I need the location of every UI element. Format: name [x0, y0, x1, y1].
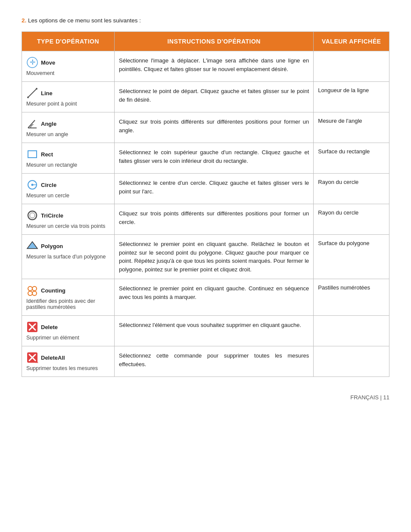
instr-cell-counting: Sélectionnez le premier point en cliquan…: [115, 279, 314, 316]
type-sub: Mesurer un cercle via trois points: [26, 223, 110, 229]
svg-point-16: [32, 286, 37, 291]
svg-line-6: [28, 120, 35, 128]
instr-cell-angle: Cliquez sur trois points différents sur …: [115, 112, 314, 143]
instr-cell-polygon: Sélectionnez le premier point en cliquan…: [115, 235, 314, 279]
type-cell-rect: Rect Mesurer un rectangle: [22, 143, 115, 174]
table-row: Rect Mesurer un rectangle Sélectionnez l…: [22, 143, 389, 174]
type-icon-row: Delete: [26, 321, 110, 333]
type-cell-counting: Counting Identifier des points avec der …: [22, 279, 115, 316]
type-sub: Mesurer un angle: [26, 131, 110, 137]
type-sub: Supprimer toutes les mesures: [26, 365, 110, 371]
type-name: Polygon: [41, 243, 63, 249]
type-name: Rect: [41, 151, 53, 158]
svg-line-2: [28, 89, 37, 97]
type-icon-row: Angle: [26, 118, 110, 130]
type-cell-polygon: Polygon Mesurer la surface d'un polygone: [22, 235, 115, 279]
type-cell-line: Line Mesurer point à point: [22, 82, 115, 112]
instr-cell-tricircle: Cliquez sur trois points différents sur …: [115, 204, 314, 235]
type-sub: Mesurer un cercle: [26, 193, 110, 199]
val-cell-polygon: Surface du polygone: [314, 235, 389, 279]
val-cell-circle: Rayon du cercle: [314, 174, 389, 204]
type-cell-angle: Angle Mesurer un angle: [22, 112, 115, 143]
type-sub: Supprimer un élément: [26, 335, 110, 341]
type-name: Counting: [41, 287, 65, 294]
val-cell-move: [314, 51, 389, 82]
type-icon-row: Line: [26, 87, 110, 99]
counting-icon: [26, 284, 38, 296]
table-row: Polygon Mesurer la surface d'un polygone…: [22, 235, 389, 279]
type-icon-row: All DeleteAll: [26, 352, 110, 364]
delete-icon: [26, 321, 38, 333]
instr-cell-line: Sélectionnez le point de départ. Cliquez…: [115, 82, 314, 112]
type-name: Circle: [41, 182, 56, 188]
svg-point-3: [27, 96, 29, 98]
svg-point-18: [32, 291, 37, 296]
table-row: Line Mesurer point à point Sélectionnez …: [22, 82, 389, 112]
header-type: TYPE D'OPÉRATION: [22, 32, 115, 51]
type-icon-row: Circle: [26, 179, 110, 191]
val-cell-angle: Mesure de l'angle: [314, 112, 389, 143]
svg-text:✛: ✛: [30, 59, 35, 66]
type-sub: Mesurer la surface d'un polygone: [26, 254, 110, 260]
footer-text: FRANÇAIS | 11: [350, 394, 389, 401]
type-icon-row: Counting: [26, 284, 110, 296]
svg-point-15: [28, 286, 32, 291]
table-row: Circle Mesurer un cercle Sélectionnez le…: [22, 174, 389, 204]
move-icon: ✛: [26, 56, 38, 68]
circle-icon: [26, 179, 38, 191]
rect-icon: [26, 148, 38, 160]
type-icon-row: Polygon: [26, 240, 110, 252]
table-row: Angle Mesurer un angle Cliquez sur trois…: [22, 112, 389, 143]
svg-rect-7: [28, 151, 37, 158]
val-cell-tricircle: Rayon du cercle: [314, 204, 389, 235]
type-icon-row: ✛ Move: [26, 56, 110, 68]
type-cell-tricircle: TriCircle Mesurer un cercle via trois po…: [22, 204, 115, 235]
type-icon-row: Rect: [26, 148, 110, 160]
header-valeur: VALEUR AFFICHÉE: [314, 32, 389, 51]
intro-text: 2. Les options de ce menu sont les suiva…: [22, 17, 389, 24]
type-cell-move: ✛ Move Mouvement: [22, 51, 115, 82]
type-cell-delete: Delete Supprimer un élément: [22, 316, 115, 346]
polygon-icon: [26, 240, 38, 252]
type-cell-deleteall: All DeleteAll Supprimer toutes les mesur…: [22, 346, 115, 377]
svg-point-11: [28, 211, 37, 220]
table-row: Counting Identifier des points avec der …: [22, 279, 389, 316]
table-row: TriCircle Mesurer un cercle via trois po…: [22, 204, 389, 235]
val-cell-delete: [314, 316, 389, 346]
instr-cell-move: Sélectionne l'image à déplacer. L'image …: [115, 51, 314, 82]
angle-icon: [26, 118, 38, 130]
svg-marker-13: [27, 242, 37, 249]
val-cell-rect: Surface du rectangle: [314, 143, 389, 174]
type-icon-row: TriCircle: [26, 209, 110, 221]
type-name: Move: [41, 59, 55, 66]
header-instructions: INSTRUCTIONS D'OPÉRATION: [115, 32, 314, 51]
svg-point-17: [28, 291, 32, 296]
type-name: Line: [41, 90, 53, 96]
svg-point-4: [36, 88, 37, 90]
type-name: Delete: [41, 324, 58, 330]
line-icon: [26, 87, 38, 99]
val-cell-line: Longueur de la ligne: [314, 82, 389, 112]
tricircle-icon: [26, 209, 38, 221]
svg-text:All: All: [36, 360, 38, 364]
type-name: TriCircle: [41, 212, 63, 219]
table-row: Delete Supprimer un élément Sélectionnez…: [22, 316, 389, 346]
type-sub: Mesurer point à point: [26, 101, 110, 107]
intro-number: 2.: [22, 17, 26, 24]
val-cell-counting: Pastilles numérotées: [314, 279, 389, 316]
instr-cell-rect: Sélectionnez le coin supérieur gauche d'…: [115, 143, 314, 174]
table-row: ✛ Move Mouvement Sélectionne l'image à d…: [22, 51, 389, 82]
instr-cell-circle: Sélectionnez le centre d'un cercle. Cliq…: [115, 174, 314, 204]
table-row: All DeleteAll Supprimer toutes les mesur…: [22, 346, 389, 377]
type-name: DeleteAll: [41, 355, 65, 361]
operations-table: TYPE D'OPÉRATION INSTRUCTIONS D'OPÉRATIO…: [22, 31, 389, 377]
val-cell-deleteall: [314, 346, 389, 377]
deleteall-icon: All: [26, 352, 38, 364]
footer: FRANÇAIS | 11: [22, 394, 389, 401]
instr-cell-delete: Sélectionnez l'élément que vous souhaite…: [115, 316, 314, 346]
type-name: Angle: [41, 121, 56, 127]
instr-cell-deleteall: Sélectionnez cette commande pour supprim…: [115, 346, 314, 377]
type-sub: Mesurer un rectangle: [26, 162, 110, 168]
type-sub: Mouvement: [26, 70, 110, 76]
type-sub: Identifier des points avec der pastilles…: [26, 298, 110, 310]
